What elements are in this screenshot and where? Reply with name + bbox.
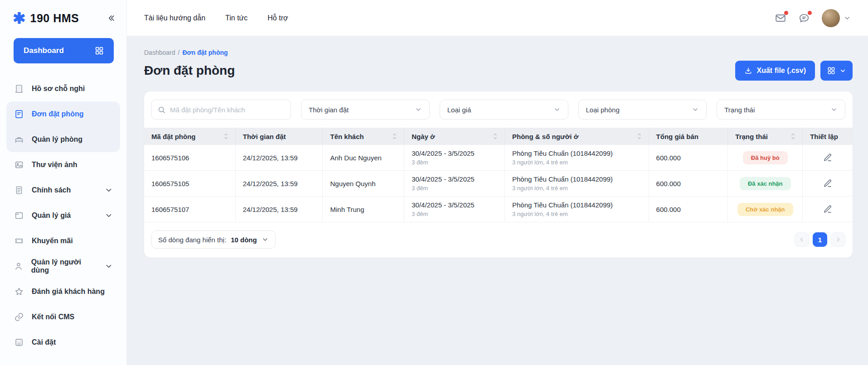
booking-icon xyxy=(14,109,24,119)
sidebar-item-label: Cài đặt xyxy=(32,338,56,346)
view-toggle-button[interactable] xyxy=(820,61,853,81)
mail-icon[interactable] xyxy=(775,12,786,24)
export-csv-label: Xuất file (.csv) xyxy=(757,67,806,75)
sidebar-item-label: Chính sách xyxy=(32,186,71,194)
topnav-support-link[interactable]: Hỗ trợ xyxy=(267,14,288,22)
cell-total: 600.000 xyxy=(649,171,728,197)
sidebar-item-chinh-sach[interactable]: Chính sách xyxy=(6,178,120,203)
sidebar-item-quan-ly-gia[interactable]: Quản lý giá xyxy=(6,203,120,228)
chevron-down-icon xyxy=(844,14,851,22)
sort-icon[interactable] xyxy=(790,133,796,140)
building-icon xyxy=(14,84,24,94)
filter-room-type-dropdown[interactable]: Loại phòng xyxy=(578,100,707,120)
main-area: Tài liệu hướng dẫn Tin tức Hỗ trợ xyxy=(127,0,868,365)
sidebar-item-label: Kết nối CMS xyxy=(32,313,74,321)
status-badge: Đã xác nhận xyxy=(740,177,791,190)
pencil-icon xyxy=(823,204,833,214)
cell-stay: 30/4/2025 - 3/5/20253 đêm xyxy=(404,145,505,171)
column-header-total: Tổng giá bán xyxy=(649,128,728,145)
sort-icon[interactable] xyxy=(392,133,398,140)
breadcrumb-dashboard[interactable]: Dashboard xyxy=(144,49,175,56)
column-header-room[interactable]: Phòng & số người ở xyxy=(505,128,649,145)
filter-booking-time-dropdown[interactable]: Thời gian đặt xyxy=(301,100,430,120)
sidebar-item-label: Đơn đặt phòng xyxy=(32,110,83,118)
wallet-icon xyxy=(14,211,24,221)
next-page-button[interactable] xyxy=(831,232,845,247)
avatar xyxy=(822,9,840,27)
edit-button[interactable] xyxy=(821,202,834,216)
bed-icon xyxy=(14,134,24,144)
sidebar-item-cai-dat[interactable]: Cài đặt xyxy=(6,330,120,355)
double-chevron-left-icon xyxy=(107,14,116,23)
bookings-table: Mã đặt phòng Thời gian đặt Tên khách Ngà… xyxy=(144,128,853,222)
column-header-guest[interactable]: Tên khách xyxy=(323,128,404,145)
settings-icon xyxy=(14,337,24,347)
download-icon xyxy=(744,67,752,75)
cell-guest: Minh Trung xyxy=(323,197,404,222)
topnav-docs-link[interactable]: Tài liệu hướng dẫn xyxy=(144,14,205,22)
edit-button[interactable] xyxy=(821,151,834,164)
column-header-stay[interactable]: Ngày ở xyxy=(404,128,505,145)
pencil-icon xyxy=(823,178,833,188)
dashboard-label: Dashboard xyxy=(24,46,64,55)
sort-icon[interactable] xyxy=(636,133,642,140)
chevron-down-icon xyxy=(553,106,561,113)
sort-icon[interactable] xyxy=(492,133,498,140)
page-1-button[interactable]: 1 xyxy=(813,232,827,247)
grid-icon xyxy=(827,66,836,75)
topnav-news-link[interactable]: Tin tức xyxy=(225,14,247,22)
cell-status: Chờ xác nhận xyxy=(728,197,803,222)
cell-guest: Anh Duc Nguyen xyxy=(323,145,404,171)
prev-page-button[interactable] xyxy=(795,232,809,247)
search-icon xyxy=(157,106,166,114)
policy-icon xyxy=(14,185,24,195)
sidebar-item-label: Đánh giá khách hàng xyxy=(32,288,105,296)
column-header-code[interactable]: Mã đặt phòng xyxy=(144,128,236,145)
sidebar-item-ket-noi-cms[interactable]: Kết nối CMS xyxy=(6,304,120,330)
chat-icon[interactable] xyxy=(798,12,810,24)
chevron-left-icon xyxy=(799,236,805,243)
sidebar-item-danh-gia-khach-hang[interactable]: Đánh giá khách hàng xyxy=(6,279,120,304)
sidebar-item-ho-so-cho-nghi[interactable]: Hồ sơ chỗ nghỉ xyxy=(6,76,120,101)
title-row: Đơn đặt phòng Xuất file (.csv) xyxy=(144,61,853,81)
filter-status-dropdown[interactable]: Trạng thái xyxy=(717,100,845,120)
sidebar-item-quan-ly-nguoi-dung[interactable]: Quản lý người dùng xyxy=(6,254,120,279)
status-badge: Chờ xác nhận xyxy=(737,203,793,216)
sort-icon[interactable] xyxy=(223,133,229,140)
sidebar-item-quan-ly-phong[interactable]: Quản lý phòng xyxy=(6,127,120,152)
sidebar-item-dashboard[interactable]: Dashboard xyxy=(14,38,114,63)
cell-total: 600.000 xyxy=(649,197,728,222)
app-window: ✱ 190 HMS Dashboard Hồ sơ chỗ nghỉ xyxy=(0,0,868,365)
brand: ✱ 190 HMS xyxy=(0,0,126,36)
sidebar-nav: Hồ sơ chỗ nghỉ Đơn đặt phòng Quản lý phò… xyxy=(0,72,126,355)
cell-room: Phòng Tiêu Chuẩn (1018442099)3 người lớn… xyxy=(505,197,649,222)
pencil-icon xyxy=(823,153,833,163)
rows-per-page-dropdown[interactable]: Số dòng đang hiển thị: 10 dòng xyxy=(151,231,276,249)
cell-status: Đã huỷ bỏ xyxy=(728,145,803,171)
edit-button[interactable] xyxy=(821,177,834,190)
bookings-card: Thời gian đặt Loại giá Loại phòng Trạng … xyxy=(144,91,853,258)
chevron-down-icon xyxy=(830,106,838,113)
topbar-icons xyxy=(775,9,851,27)
user-menu[interactable] xyxy=(822,9,851,27)
chevron-right-icon xyxy=(835,236,841,243)
status-badge: Đã huỷ bỏ xyxy=(743,151,788,164)
cell-code: 1606575105 xyxy=(144,171,236,197)
column-header-status[interactable]: Trạng thái xyxy=(728,128,803,145)
filter-price-type-dropdown[interactable]: Loại giá xyxy=(440,100,568,120)
filter-bar: Thời gian đặt Loại giá Loại phòng Trạng … xyxy=(144,91,853,128)
table-header-row: Mã đặt phòng Thời gian đặt Tên khách Ngà… xyxy=(144,128,853,145)
image-icon xyxy=(14,160,24,170)
sidebar-item-thu-vien-anh[interactable]: Thư viện ảnh xyxy=(6,152,120,178)
cell-guest: Nguyen Quynh xyxy=(323,171,404,197)
pagination: 1 xyxy=(795,232,845,247)
sidebar-active-group: Đơn đặt phòng Quản lý phòng xyxy=(6,101,120,152)
search-input[interactable] xyxy=(170,106,285,114)
export-csv-button[interactable]: Xuất file (.csv) xyxy=(735,61,815,81)
sidebar-collapse-button[interactable] xyxy=(107,14,116,23)
sidebar-item-khuyen-mai[interactable]: Khuyến mãi xyxy=(6,228,120,254)
sidebar-item-don-dat-phong[interactable]: Đơn đặt phòng xyxy=(6,101,120,127)
table-row: 1606575106 24/12/2025, 13:59 Anh Duc Ngu… xyxy=(144,145,853,171)
top-nav: Tài liệu hướng dẫn Tin tức Hỗ trợ xyxy=(144,14,288,22)
cell-booked-at: 24/12/2025, 13:59 xyxy=(236,145,323,171)
